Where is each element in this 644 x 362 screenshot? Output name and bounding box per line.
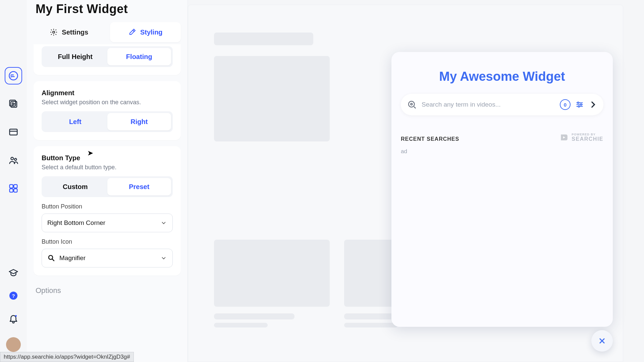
svg-point-0 [9,72,18,80]
custom-button[interactable]: Custom [43,178,107,195]
alignment-right-button[interactable]: Right [107,113,171,130]
rail-help[interactable]: ? [9,292,17,300]
svg-rect-8 [14,185,17,188]
button-position-value: Right Bottom Corner [47,219,105,227]
height-seg: Full Height Floating [42,46,173,67]
recent-item[interactable]: ad [401,148,603,155]
search-bar[interactable]: 0 [401,94,603,115]
settings-panel: My First Widget Settings Styling Full He… [27,0,188,362]
alignment-card: Alignment Select widget position on the … [34,81,181,140]
powered-brand: SEARCHIE [572,136,603,142]
svg-point-15 [411,103,412,105]
skeleton [344,323,398,327]
media-icon [8,99,18,109]
status-url: https://app.searchie.io/apps?widget=OknI… [0,352,134,362]
rail-window[interactable] [5,123,22,141]
chevron-down-icon [160,255,167,261]
height-floating-button[interactable]: Floating [107,48,171,65]
powered-by: POWERED BY SEARCHIE [559,133,603,142]
button-icon-select[interactable]: Magnifier [42,249,173,267]
svg-point-11 [15,315,17,317]
height-full-button[interactable]: Full Height [43,48,107,65]
svg-rect-4 [10,129,17,135]
window-icon [8,127,18,137]
widget-preview: My Awesome Widget 0 RECENT SEARCHES POWE… [391,52,613,327]
preview-canvas: My Awesome Widget 0 RECENT SEARCHES POWE… [188,5,623,362]
skeleton [214,56,330,141]
button-type-card: Button Type Select a default button type… [34,146,181,276]
alignment-left-button[interactable]: Left [43,113,107,130]
svg-rect-9 [10,189,13,192]
button-position-label: Button Position [42,203,173,210]
widget-title: My Awesome Widget [401,69,603,84]
alignment-seg: Left Right [42,111,173,132]
rail-notifications[interactable] [5,310,22,327]
gear-icon [50,28,58,36]
magnifier-icon [47,254,55,262]
left-rail: ? [0,0,27,362]
options-heading: Options [34,286,181,295]
skeleton [214,313,294,319]
svg-point-12 [53,31,55,33]
button-type-seg: Custom Preset [42,176,173,197]
svg-point-18 [578,106,580,107]
checklist-icon [8,71,18,81]
tab-styling-label: Styling [140,28,163,36]
tab-settings[interactable]: Settings [34,22,105,42]
search-target-icon [407,100,417,110]
svg-point-5 [11,157,14,160]
button-type-heading: Button Type [42,154,173,162]
svg-rect-10 [14,189,17,192]
graduation-icon [8,268,18,278]
button-position-select[interactable]: Right Bottom Corner [42,214,173,232]
submit-arrow-icon[interactable] [589,100,597,109]
button-icon-value: Magnifier [59,254,86,262]
button-icon-label: Button Icon [42,238,173,245]
svg-rect-7 [10,185,13,188]
close-widget-button[interactable] [591,330,613,352]
tab-settings-label: Settings [62,28,88,36]
skeleton [214,323,268,327]
height-card: Full Height Floating [34,44,181,75]
page-title: My First Widget [34,0,181,22]
svg-point-16 [578,102,579,103]
avatar[interactable] [6,337,21,352]
tabbar: Settings Styling [34,22,181,42]
button-type-desc: Select a default button type. [42,164,173,171]
alignment-desc: Select widget position on the canvas. [42,99,173,106]
close-icon [597,336,607,346]
rail-checklist[interactable] [5,67,22,84]
svg-point-17 [580,104,582,105]
tab-styling[interactable]: Styling [110,22,181,42]
chevron-down-icon [160,220,167,226]
svg-point-6 [14,158,16,160]
rail-bottom: ? [0,264,27,352]
svg-marker-3 [13,103,15,105]
skeleton [214,240,330,307]
search-input[interactable] [422,101,555,108]
alignment-heading: Alignment [42,89,173,97]
recent-row: RECENT SEARCHES POWERED BY SEARCHIE [401,133,603,142]
rail-learn[interactable] [5,264,22,282]
result-count-badge: 0 [560,99,571,110]
rail-media[interactable] [5,95,22,113]
apps-icon [8,183,18,193]
svg-point-14 [409,101,415,107]
powered-label: POWERED BY [572,133,603,136]
users-icon [8,155,18,165]
rail-users[interactable] [5,152,22,169]
recent-heading: RECENT SEARCHES [401,136,459,142]
searchie-logo-icon [559,133,568,142]
bell-icon [8,313,18,323]
rail-apps[interactable] [5,180,22,197]
filters-icon[interactable] [575,100,584,109]
preset-button[interactable]: Preset [107,178,171,195]
brush-icon [128,28,136,36]
skeleton [214,33,313,45]
